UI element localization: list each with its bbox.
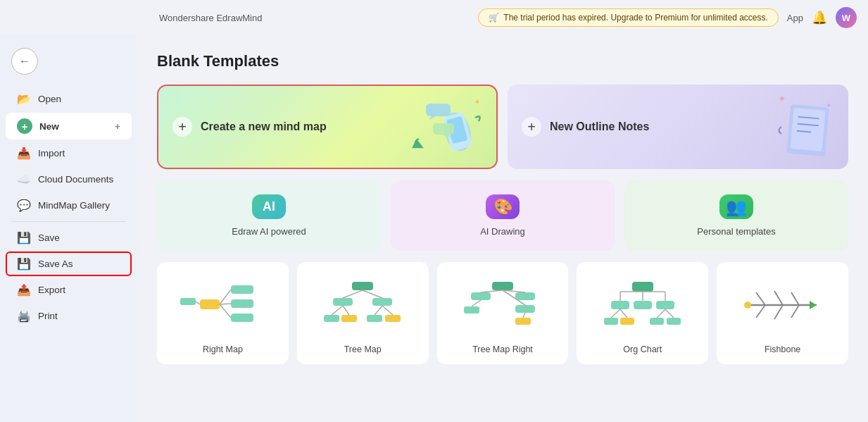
tree-map-right-diagram: [447, 272, 559, 337]
tree-map-diagram: [307, 272, 419, 337]
svg-line-21: [220, 304, 231, 318]
svg-rect-56: [604, 318, 618, 325]
outline-illustration: ✦ ✦: [750, 88, 841, 166]
feature-card-personal[interactable]: 👥 Personal templates: [624, 180, 848, 251]
svg-rect-25: [333, 298, 353, 306]
svg-marker-65: [810, 301, 817, 309]
sidebar-item-new[interactable]: + New +: [6, 113, 132, 139]
trial-banner[interactable]: 🛒 The trial period has expired. Upgrade …: [478, 8, 779, 27]
app-button[interactable]: App: [787, 13, 803, 23]
org-chart-diagram: [586, 272, 698, 337]
svg-text:✦: ✦: [778, 93, 786, 104]
svg-rect-31: [367, 315, 382, 322]
svg-line-69: [756, 305, 765, 318]
template-card-fishbone[interactable]: Fishbone: [717, 262, 848, 364]
svg-line-66: [756, 292, 765, 305]
svg-rect-50: [634, 301, 652, 309]
template-card-right-map[interactable]: Right Map: [157, 262, 289, 364]
sidebar-item-import-label: Import: [38, 148, 65, 159]
svg-rect-22: [180, 298, 196, 305]
sidebar-item-export-label: Export: [38, 285, 65, 295]
svg-rect-38: [515, 292, 535, 300]
svg-line-45: [523, 313, 525, 318]
svg-line-61: [620, 309, 627, 318]
fishbone-diagram: [727, 272, 838, 337]
tree-map-right-label: Tree Map Right: [472, 345, 533, 354]
svg-line-67: [774, 291, 783, 305]
drawing-label: AI Drawing: [480, 226, 525, 237]
svg-rect-51: [656, 301, 674, 309]
svg-rect-5: [433, 123, 454, 135]
new-expand-icon: +: [115, 121, 120, 132]
svg-rect-37: [492, 282, 513, 290]
svg-text:✦: ✦: [826, 101, 831, 109]
svg-rect-18: [231, 314, 253, 322]
top-cards: + Create a new mind map: [157, 85, 848, 169]
sidebar-item-import[interactable]: 📥 Import: [6, 141, 132, 166]
create-illustration: ✦: [398, 89, 489, 167]
svg-line-47: [472, 300, 481, 306]
feature-card-drawing[interactable]: 🎨 AI Drawing: [391, 180, 615, 251]
back-button[interactable]: ←: [11, 48, 38, 75]
sidebar-item-gallery-label: MindMap Gallery: [38, 200, 110, 211]
sidebar-item-export[interactable]: 📤 Export: [6, 278, 132, 302]
save-icon: 💾: [17, 231, 31, 244]
sidebar-item-saveas[interactable]: 💾 Save As: [6, 252, 132, 276]
ai-icon: AI: [252, 194, 286, 219]
card-outline-left: + New Outline Notes: [508, 103, 663, 151]
svg-line-23: [196, 302, 200, 304]
svg-line-34: [343, 306, 349, 315]
svg-line-62: [657, 309, 665, 318]
svg-line-43: [481, 290, 503, 292]
saveas-icon: 💾: [17, 257, 31, 271]
sidebar-item-open[interactable]: 📂 Open: [6, 87, 132, 111]
sidebar-item-print-label: Print: [38, 311, 58, 321]
card-plus-icon: +: [172, 117, 192, 137]
svg-line-71: [791, 305, 799, 318]
svg-rect-59: [667, 318, 681, 325]
sidebar-item-saveas-label: Save As: [38, 259, 73, 269]
sidebar-item-save-label: Save: [38, 232, 60, 243]
cloud-icon: ☁️: [17, 173, 31, 186]
svg-rect-58: [650, 318, 664, 325]
ai-label: Edraw AI powered: [232, 226, 306, 237]
main-content: Blank Templates + Create a new mind map: [137, 35, 868, 422]
svg-line-63: [665, 309, 674, 318]
template-card-org-chart[interactable]: Org Chart: [577, 262, 708, 364]
brand-name: Wondershare EdrawMind: [159, 13, 262, 23]
create-mindmap-label: Create a new mind map: [201, 120, 327, 133]
sidebar-item-save[interactable]: 💾 Save: [6, 225, 132, 250]
svg-rect-30: [341, 315, 357, 322]
svg-rect-40: [471, 292, 491, 300]
top-bar: Wondershare EdrawMind 🛒 The trial period…: [0, 0, 868, 35]
svg-rect-46: [464, 306, 479, 314]
svg-rect-44: [515, 318, 531, 325]
svg-rect-24: [352, 282, 373, 290]
open-icon: 📂: [17, 92, 31, 106]
template-card-tree-map-right[interactable]: Tree Map Right: [437, 262, 569, 364]
new-plus-circle: +: [17, 118, 32, 134]
cart-icon: 🛒: [489, 13, 499, 23]
sidebar-item-gallery[interactable]: 💬 MindMap Gallery: [6, 193, 132, 218]
sidebar-item-print[interactable]: 🖨️ Print: [6, 304, 132, 328]
sidebar-item-cloud[interactable]: ☁️ Cloud Documents: [6, 167, 132, 192]
drawing-icon: 🎨: [486, 194, 520, 219]
template-card-tree-map[interactable]: Tree Map: [297, 262, 429, 364]
svg-rect-39: [515, 305, 535, 313]
gallery-icon: 💬: [17, 199, 31, 212]
sidebar-item-cloud-label: Cloud Documents: [38, 174, 113, 185]
avatar[interactable]: W: [836, 7, 857, 28]
outline-notes-card[interactable]: + New Outline Notes ✦ ✦: [508, 85, 848, 169]
feature-cards: AI Edraw AI powered 🎨 AI Drawing 👥 Perso…: [157, 180, 848, 251]
svg-rect-29: [324, 315, 339, 322]
svg-rect-17: [231, 299, 253, 308]
bell-icon[interactable]: 🔔: [812, 10, 827, 25]
personal-label: Personal templates: [697, 226, 775, 237]
svg-rect-3: [426, 104, 451, 116]
create-mindmap-card[interactable]: + Create a new mind map: [157, 85, 498, 169]
svg-rect-57: [620, 318, 634, 325]
feature-card-ai[interactable]: AI Edraw AI powered: [157, 180, 381, 251]
svg-marker-4: [429, 116, 436, 120]
svg-line-20: [220, 304, 231, 304]
sidebar-item-open-label: Open: [38, 94, 61, 104]
